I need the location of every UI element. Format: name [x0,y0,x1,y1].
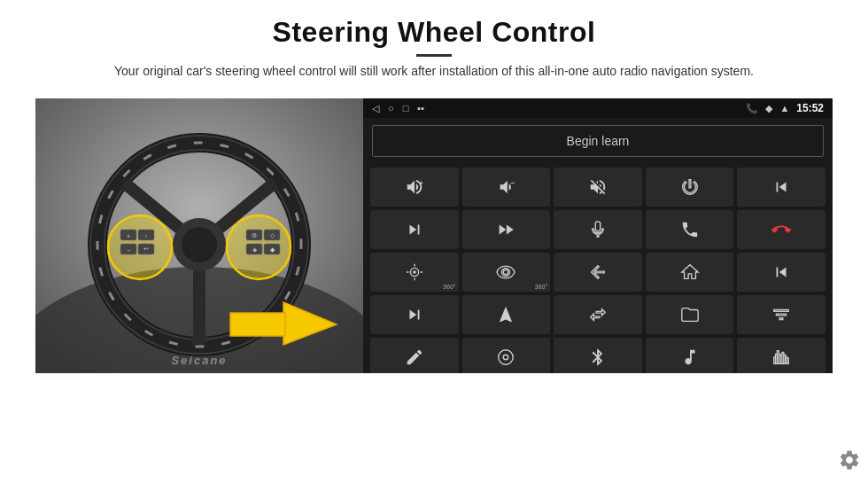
content-area: + − ♪ ↩ ⚙ ◈ ◇ ◆ Seicane [35,98,833,373]
svg-point-41 [504,355,509,360]
back-button[interactable] [554,253,642,292]
svg-text:♪: ♪ [145,233,148,238]
pen-button[interactable] [370,338,459,373]
hang-up-button[interactable] [737,210,825,249]
prev-track-button[interactable] [737,168,825,207]
svg-point-39 [413,270,416,274]
svg-point-40 [499,350,514,365]
status-right-icons: 📞 ◆ ▲ 15:52 [746,102,824,114]
360-view-button[interactable]: 360° [462,253,551,292]
begin-learn-button[interactable]: Begin learn [372,125,824,157]
status-left-icons: ◁ ○ □ ▪▪ [372,103,424,114]
svg-text:Seicane: Seicane [171,354,227,367]
power-button[interactable] [646,168,734,207]
wifi-icon: ▲ [779,103,789,113]
home-button[interactable] [646,253,734,292]
title-section: Steering Wheel Control Your original car… [114,16,754,91]
status-bar: ◁ ○ □ ▪▪ 📞 ◆ ▲ 15:52 [363,98,833,118]
svg-text:+: + [127,233,130,239]
steering-wheel-photo: + − ♪ ↩ ⚙ ◈ ◇ ◆ Seicane [35,98,363,373]
gps-icon: ◆ [765,103,772,114]
bluetooth-button[interactable] [554,338,642,373]
begin-learn-row: Begin learn [363,118,833,164]
folder-button[interactable] [646,295,734,334]
eq-button[interactable] [737,295,825,334]
vol-down-button[interactable]: − [462,168,551,207]
music-note-button[interactable] [646,338,734,373]
swap-button[interactable] [554,295,642,334]
status-time: 15:52 [796,102,824,114]
vol-mute-button[interactable] [554,168,642,207]
svg-text:−: − [511,179,515,187]
phone-signal-icon: 📞 [746,103,758,114]
nav-home-icon[interactable]: ○ [388,103,394,113]
waveform-button[interactable] [737,338,825,373]
svg-text:⚙: ⚙ [252,232,257,238]
gear-icon-container[interactable] [838,449,861,477]
android-panel: ◁ ○ □ ▪▪ 📞 ◆ ▲ 15:52 Begin learn [363,98,833,373]
page-subtitle: Your original car's steering wheel contr… [114,62,754,81]
skip-back-button[interactable] [737,253,825,292]
svg-text:↩: ↩ [143,246,149,252]
play-next-button[interactable] [370,210,459,249]
nav-recents-icon[interactable]: □ [403,103,409,113]
navigate-button[interactable] [462,295,551,334]
sim-icon: ▪▪ [417,103,424,113]
vol-up-button[interactable]: + [370,168,459,207]
icon-grid: + − [363,164,833,373]
svg-point-9 [182,227,217,262]
page-container: Steering Wheel Control Your original car… [0,0,868,484]
settings-circle-button[interactable] [462,338,551,373]
skip-forward-button[interactable] [370,295,459,334]
svg-rect-30 [230,313,285,336]
page-title: Steering Wheel Control [114,16,754,49]
fast-forward-button[interactable] [462,210,551,249]
nav-back-icon[interactable]: ◁ [372,103,379,114]
mic-button[interactable] [554,210,642,249]
flashlight-button[interactable]: 360° [370,253,459,292]
call-button[interactable] [646,210,734,249]
svg-text:+: + [419,179,422,187]
svg-text:−: − [127,247,130,254]
title-divider [416,54,452,57]
